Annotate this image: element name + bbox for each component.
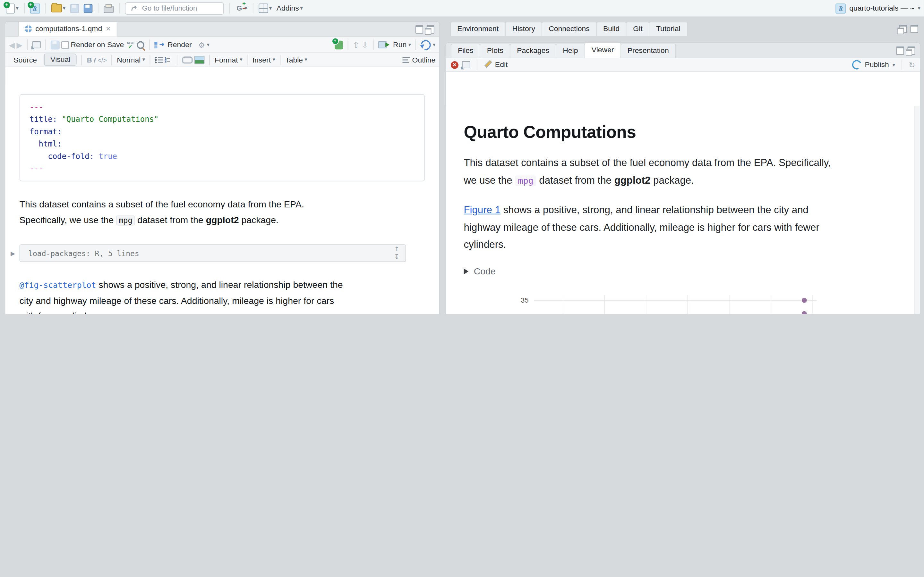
back-icon[interactable]: ◀ bbox=[9, 40, 15, 49]
new-file-button[interactable]: ▾ bbox=[3, 2, 21, 15]
bold-icon[interactable]: B bbox=[87, 56, 92, 64]
panes-grid-icon bbox=[258, 3, 268, 13]
publish-icon bbox=[851, 59, 863, 71]
viewer-popout-icon[interactable] bbox=[462, 61, 470, 68]
tab-tutorial[interactable]: Tutorial bbox=[649, 22, 688, 36]
tab-help[interactable]: Help bbox=[556, 44, 585, 58]
chunk-fold-caret-icon[interactable]: ▶ bbox=[11, 250, 15, 256]
print-button[interactable] bbox=[102, 3, 116, 14]
expand-chunk-icon[interactable]: ↥↧ bbox=[394, 245, 399, 261]
format-menu[interactable]: Format bbox=[215, 56, 238, 64]
edit-button[interactable]: Edit bbox=[495, 61, 508, 69]
editor-content[interactable]: ---title: "Quarto Computations"format: h… bbox=[5, 85, 439, 314]
italic-icon[interactable]: I bbox=[94, 56, 95, 64]
source-mode-button[interactable]: Source bbox=[9, 56, 42, 64]
viewer-tabstrip: FilesPlotsPackagesHelpViewerPresentation bbox=[446, 43, 920, 58]
chevron-down-icon: ▾ bbox=[16, 5, 19, 11]
yaml-block[interactable]: ---title: "Quarto Computations"format: h… bbox=[19, 94, 425, 181]
rstudio-window: ▾ R ▾ G▾ ▾ Addins▾ R quarto-tutorials — … bbox=[0, 0, 924, 314]
render-button[interactable]: Render bbox=[168, 41, 192, 49]
clear-viewer-icon[interactable]: ✕ bbox=[451, 61, 459, 69]
code-disclosure[interactable]: Code bbox=[464, 266, 495, 277]
forward-icon[interactable]: ▶ bbox=[16, 40, 22, 49]
insert-menu[interactable]: Insert bbox=[252, 56, 271, 64]
save-document-icon[interactable] bbox=[51, 40, 60, 49]
outline-toggle[interactable]: Outline bbox=[412, 56, 436, 64]
editor-toolbar: ◀ ▶ Render on Save ABC Render ⚙ ▾ ⇧ ⇩ Ru… bbox=[5, 37, 439, 53]
open-file-button[interactable]: ▾ bbox=[49, 3, 68, 13]
tab-history[interactable]: History bbox=[505, 22, 542, 36]
tab-environment[interactable]: Environment bbox=[450, 22, 506, 36]
goto-file-input[interactable] bbox=[141, 3, 213, 13]
tab-git[interactable]: Git bbox=[626, 22, 649, 36]
tab-build[interactable]: Build bbox=[596, 22, 627, 36]
rerun-icon[interactable] bbox=[419, 38, 433, 52]
tab-connections[interactable]: Connections bbox=[541, 22, 597, 36]
tab-packages[interactable]: Packages bbox=[510, 44, 556, 58]
run-icon bbox=[378, 41, 387, 48]
open-folder-icon bbox=[51, 4, 61, 13]
save-all-icon bbox=[84, 4, 93, 13]
main-toolbar: ▾ R ▾ G▾ ▾ Addins▾ R quarto-tutorials — … bbox=[0, 0, 924, 17]
goto-file-search[interactable] bbox=[125, 2, 224, 15]
render-on-save-label: Render on Save bbox=[71, 41, 124, 49]
document-title: Quarto Computations bbox=[464, 122, 636, 142]
code-format-icon[interactable]: </> bbox=[97, 56, 107, 63]
publish-button[interactable]: Publish bbox=[865, 61, 889, 69]
tab-viewer[interactable]: Viewer bbox=[585, 42, 621, 58]
save-all-button[interactable] bbox=[81, 3, 95, 14]
chevron-down-icon: ▾ bbox=[63, 5, 65, 11]
editor-tab[interactable]: computations-1.qmd ✕ bbox=[18, 22, 118, 37]
refresh-icon[interactable]: ↻ bbox=[909, 60, 915, 69]
project-icon: R bbox=[836, 3, 846, 13]
print-icon bbox=[103, 5, 113, 13]
tab-plots[interactable]: Plots bbox=[480, 44, 510, 58]
run-previous-icon[interactable]: ⇧ bbox=[352, 40, 360, 49]
tab-presentation[interactable]: Presentation bbox=[620, 44, 676, 58]
run-button[interactable]: Run bbox=[393, 41, 407, 49]
addins-menu[interactable]: Addins▾ bbox=[274, 3, 305, 13]
link-icon[interactable] bbox=[182, 56, 193, 63]
save-button[interactable] bbox=[68, 3, 81, 14]
viewer-minimize-icon[interactable] bbox=[897, 47, 904, 55]
top-pane-maximize-icon[interactable] bbox=[911, 25, 918, 33]
new-project-button[interactable]: R bbox=[27, 2, 42, 15]
image-icon[interactable] bbox=[194, 56, 204, 64]
run-next-icon[interactable]: ⇩ bbox=[361, 40, 368, 49]
maximize-pane-icon[interactable] bbox=[427, 25, 435, 34]
visual-mode-button[interactable]: Visual bbox=[44, 54, 76, 65]
git-menu-button[interactable]: G▾ bbox=[233, 3, 250, 14]
tab-files[interactable]: Files bbox=[451, 44, 481, 58]
editor-paragraph-1[interactable]: This dataset contains a subset of the fu… bbox=[19, 197, 420, 227]
numbered-list-icon[interactable]: 1—2— bbox=[165, 57, 172, 63]
table-menu[interactable]: Table bbox=[285, 56, 303, 64]
bullet-list-icon[interactable] bbox=[155, 56, 163, 63]
goto-arrow-icon bbox=[130, 5, 137, 12]
collapsed-chunk-label: load-packages: R, 5 lines bbox=[28, 249, 139, 258]
viewer-maximize-icon[interactable] bbox=[908, 47, 915, 55]
editor-tabstrip: computations-1.qmd ✕ bbox=[5, 22, 439, 37]
viewer-tabs: FilesPlotsPackagesHelpViewerPresentation bbox=[451, 42, 675, 58]
git-icon: G bbox=[235, 4, 244, 13]
spellcheck-icon[interactable]: ABC bbox=[126, 41, 135, 49]
editor-tab-title: computations-1.qmd bbox=[35, 25, 102, 33]
insert-chunk-icon[interactable] bbox=[334, 40, 342, 49]
top-pane-popout-icon[interactable] bbox=[899, 25, 907, 33]
render-on-save-checkbox[interactable] bbox=[61, 41, 69, 49]
render-icon bbox=[155, 41, 162, 48]
viewer-scrollbar[interactable] bbox=[914, 106, 920, 314]
close-icon[interactable]: ✕ bbox=[105, 25, 111, 33]
viewer-toolbar: ✕ Edit Publish ▾ ↻ bbox=[446, 58, 920, 72]
minimize-pane-icon[interactable] bbox=[415, 25, 423, 34]
pane-layout-button[interactable]: ▾ bbox=[256, 2, 274, 14]
open-in-window-icon[interactable] bbox=[32, 41, 41, 48]
gear-icon[interactable]: ⚙ bbox=[198, 41, 205, 49]
search-icon[interactable] bbox=[137, 41, 145, 49]
project-name: quarto-tutorials — ~ bbox=[849, 4, 914, 13]
editor-paragraph-2[interactable]: @fig-scatterplot shows a positive, stron… bbox=[19, 277, 420, 314]
paragraph-style-dropdown[interactable]: Normal bbox=[117, 56, 141, 64]
collapsed-chunk[interactable]: ▶ load-packages: R, 5 lines ↥↧ bbox=[19, 244, 406, 262]
project-menu[interactable]: R quarto-tutorials — ~ ▾ bbox=[836, 3, 921, 13]
new-file-icon bbox=[6, 3, 15, 13]
quarto-file-icon bbox=[25, 25, 32, 32]
